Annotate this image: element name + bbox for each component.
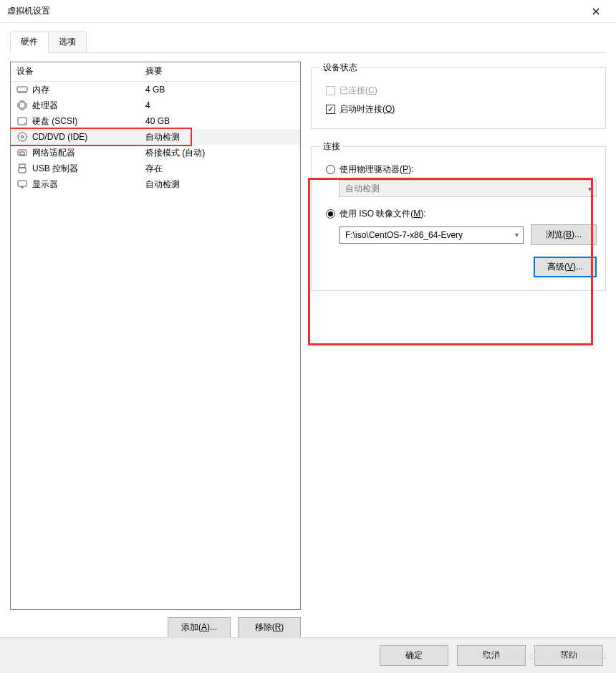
svg-rect-7 <box>20 152 24 155</box>
list-item[interactable]: 内存 4 GB <box>11 82 300 97</box>
disk-icon <box>16 115 28 127</box>
dialog-button-bar: 确定 取消 帮助 <box>0 637 616 673</box>
checkbox-icon: ✓ <box>326 105 335 114</box>
device-list: 设备 摘要 内存 4 GB <box>10 62 301 610</box>
device-summary: 4 GB <box>140 85 300 95</box>
memory-icon <box>16 84 28 95</box>
iso-label: 使用 ISO 映像文件(M): <box>340 208 426 220</box>
device-list-body: 内存 4 GB 处理器 4 <box>11 82 300 609</box>
add-button[interactable]: 添加(A)... <box>168 617 231 638</box>
device-list-header: 设备 摘要 <box>11 62 300 82</box>
nic-icon <box>16 147 28 158</box>
connection-group: 连接 使用物理驱动器(P): 自动检测 ▾ 使用 ISO 映像文件(M): F: <box>311 140 606 291</box>
title-bar: 虚拟机设置 <box>0 0 616 23</box>
device-status-legend: 设备状态 <box>320 62 360 74</box>
help-button[interactable]: 帮助 <box>534 645 603 666</box>
list-item[interactable]: USB 控制器 存在 <box>11 161 300 176</box>
svg-rect-0 <box>17 87 27 92</box>
physical-drive-radio-row[interactable]: 使用物理驱动器(P): <box>326 161 597 177</box>
checkbox-icon <box>326 86 335 95</box>
header-summary[interactable]: 摘要 <box>140 62 300 81</box>
iso-path-combo[interactable]: F:\iso\CentOS-7-x86_64-Every ▾ <box>339 226 524 244</box>
radio-icon <box>326 209 335 219</box>
connection-legend: 连接 <box>320 140 343 153</box>
radio-icon <box>326 165 335 174</box>
close-button[interactable] <box>582 1 610 22</box>
header-device[interactable]: 设备 <box>11 62 140 81</box>
list-item[interactable]: 网络适配器 桥接模式 (自动) <box>11 145 300 161</box>
list-item[interactable]: 处理器 4 <box>11 97 300 113</box>
window-title: 虚拟机设置 <box>7 5 582 17</box>
svg-point-4 <box>18 133 27 141</box>
svg-rect-10 <box>18 181 27 186</box>
device-summary: 自动检测 <box>140 178 300 191</box>
connect-at-poweron-checkbox-row[interactable]: ✓ 启动时连接(O) <box>326 101 597 117</box>
browse-button[interactable]: 浏览(B)... <box>531 224 597 245</box>
iso-input-row: F:\iso\CentOS-7-x86_64-Every ▾ 浏览(B)... <box>339 224 597 245</box>
svg-point-5 <box>21 135 23 138</box>
device-name: 处理器 <box>32 100 58 112</box>
device-status-group: 设备状态 已连接(C) ✓ 启动时连接(O) <box>311 62 606 129</box>
close-icon <box>592 8 600 15</box>
device-name: 硬盘 (SCSI) <box>32 115 77 128</box>
device-summary: 4 <box>140 100 300 110</box>
content-area: 设备 摘要 内存 4 GB <box>0 53 616 641</box>
svg-point-3 <box>24 123 26 124</box>
connected-label: 已连接(C) <box>340 85 377 97</box>
connect-at-poweron-label: 启动时连接(O) <box>340 103 395 115</box>
device-buttons: 添加(A)... 移除(R) <box>10 610 301 638</box>
device-summary: 自动检测 <box>140 131 300 143</box>
device-summary: 存在 <box>140 163 300 175</box>
remove-button[interactable]: 移除(R) <box>238 617 301 638</box>
device-name: 网络适配器 <box>32 147 75 159</box>
physical-drive-value: 自动检测 <box>345 183 380 195</box>
advanced-button[interactable]: 高级(V)... <box>534 257 597 277</box>
list-item[interactable]: CD/DVD (IDE) 自动检测 <box>11 129 300 145</box>
display-icon <box>16 178 28 190</box>
device-name: 显示器 <box>32 178 58 191</box>
chevron-down-icon: ▾ <box>588 185 592 193</box>
device-name: 内存 <box>32 84 49 96</box>
device-summary: 40 GB <box>140 116 300 126</box>
tab-strip: 硬件 选项 <box>0 23 616 53</box>
tab-hardware[interactable]: 硬件 <box>10 32 49 53</box>
cd-icon <box>16 131 28 143</box>
right-column: 设备状态 已连接(C) ✓ 启动时连接(O) 连接 使用物理驱动器(P): <box>311 62 606 638</box>
connected-checkbox-row[interactable]: 已连接(C) <box>326 82 597 98</box>
svg-rect-8 <box>19 164 25 168</box>
device-summary: 桥接模式 (自动) <box>140 147 300 159</box>
usb-icon <box>16 163 28 174</box>
cancel-button[interactable]: 取消 <box>457 645 526 666</box>
cpu-icon <box>16 100 28 111</box>
tab-options[interactable]: 选项 <box>48 32 87 53</box>
physical-drive-label: 使用物理驱动器(P): <box>340 163 413 176</box>
chevron-down-icon: ▾ <box>515 231 519 239</box>
svg-rect-1 <box>19 102 25 108</box>
iso-radio-row[interactable]: 使用 ISO 映像文件(M): <box>326 206 597 221</box>
advanced-row: 高级(V)... <box>320 257 597 277</box>
left-column: 设备 摘要 内存 4 GB <box>10 62 301 638</box>
list-item[interactable]: 显示器 自动检测 <box>11 176 300 192</box>
device-name: CD/DVD (IDE) <box>32 132 87 142</box>
svg-rect-9 <box>19 168 26 173</box>
physical-drive-combo: 自动检测 ▾ <box>339 180 597 197</box>
iso-path-value: F:\iso\CentOS-7-x86_64-Every <box>345 230 463 240</box>
ok-button[interactable]: 确定 <box>380 645 448 666</box>
list-item[interactable]: 硬盘 (SCSI) 40 GB <box>11 113 300 129</box>
device-name: USB 控制器 <box>32 163 78 175</box>
